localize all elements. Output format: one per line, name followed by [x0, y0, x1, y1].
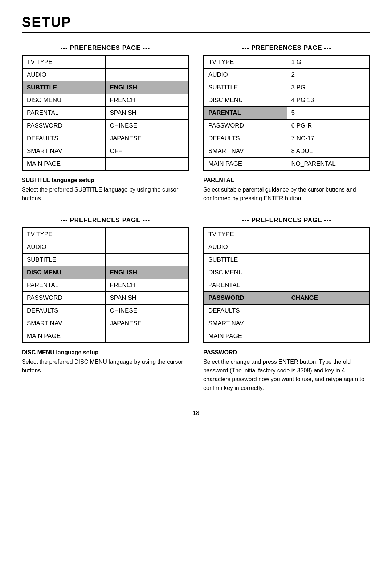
row-discmenu-right: FRENCH — [106, 94, 188, 106]
row-tv-type-left: TV TYPE — [204, 56, 287, 68]
pref-label-1: --- PREFERENCES PAGE --- — [22, 44, 189, 52]
row-password-left: PASSWORD — [23, 292, 106, 304]
row-defaults-left: DEFAULTS — [23, 132, 106, 145]
table-row: MAIN PAGE — [23, 158, 188, 170]
row-password-right: CHINESE — [106, 120, 188, 132]
table-row: MAIN PAGE — [23, 330, 188, 342]
table-row: DISC MENU — [204, 266, 369, 279]
row-subtitle-left: SUBTITLE — [23, 254, 106, 266]
pref-table-3: TV TYPE AUDIO SUBTITLE DISC MENU ENGLISH… — [22, 227, 189, 343]
row-password-right: SPANISH — [106, 292, 188, 304]
table-row: DISC MENU ENGLISH — [23, 266, 188, 279]
panel-discmenu: --- PREFERENCES PAGE --- TV TYPE AUDIO S… — [22, 217, 189, 403]
row-password-right: CHANGE — [287, 292, 370, 304]
row-tv-type-left: TV TYPE — [23, 56, 106, 68]
row-smartnav-right: OFF — [106, 145, 188, 157]
row-audio-left: AUDIO — [204, 69, 287, 81]
row-discmenu-left: DISC MENU — [204, 94, 287, 106]
row-smartnav-left: SMART NAV — [204, 317, 287, 330]
row-tv-type-right — [106, 56, 188, 68]
row-password-left: PASSWORD — [23, 120, 106, 132]
row-mainpage-left: MAIN PAGE — [204, 330, 287, 342]
desc-discmenu: DISC MENU language setup Select the pref… — [22, 348, 189, 375]
row-mainpage-right — [106, 158, 188, 170]
table-row: TV TYPE — [23, 56, 188, 69]
row-mainpage-left: MAIN PAGE — [23, 330, 106, 342]
row-discmenu-left: DISC MENU — [204, 266, 287, 279]
table-row: SUBTITLE — [23, 254, 188, 266]
table-row: DEFAULTS 7 NC-17 — [204, 132, 369, 145]
table-row: DEFAULTS — [204, 305, 369, 317]
table-row: PARENTAL — [204, 279, 369, 292]
row-parental-right: 5 — [287, 107, 370, 119]
table-row: MAIN PAGE — [204, 330, 369, 342]
row-defaults-right: JAPANESE — [106, 132, 188, 145]
table-row: AUDIO — [23, 241, 188, 254]
row-defaults-left: DEFAULTS — [23, 305, 106, 317]
desc-password: PASSWORD Select the change and press ENT… — [203, 348, 370, 392]
row-defaults-right — [287, 305, 370, 317]
top-panels-row: --- PREFERENCES PAGE --- TV TYPE AUDIO S… — [22, 44, 370, 213]
row-parental-right: SPANISH — [106, 107, 188, 119]
row-subtitle-left: SUBTITLE — [204, 254, 287, 266]
row-subtitle-right — [106, 254, 188, 266]
row-parental-right — [287, 279, 370, 291]
row-audio-right — [106, 241, 188, 253]
row-defaults-right: CHINESE — [106, 305, 188, 317]
table-row: TV TYPE 1 G — [204, 56, 369, 69]
row-audio-right — [287, 241, 370, 253]
table-row: SUBTITLE ENGLISH — [23, 81, 188, 94]
row-subtitle-right — [287, 254, 370, 266]
panel-subtitle: --- PREFERENCES PAGE --- TV TYPE AUDIO S… — [22, 44, 189, 213]
row-mainpage-right: NO_PARENTAL — [287, 158, 370, 170]
table-row: TV TYPE — [23, 228, 188, 241]
row-defaults-right: 7 NC-17 — [287, 132, 370, 145]
desc-parental: PARENTAL Select suitable parental guidan… — [203, 176, 370, 203]
row-parental-left: PARENTAL — [23, 107, 106, 119]
page-number: 18 — [22, 410, 370, 416]
row-tv-type-right — [106, 228, 188, 241]
row-audio-right: 2 — [287, 69, 370, 81]
row-audio-right — [106, 69, 188, 81]
page-title: SETUP — [22, 15, 370, 33]
row-tv-type-right: 1 G — [287, 56, 370, 68]
table-row: PASSWORD 6 PG-R — [204, 120, 369, 132]
row-parental-left: PARENTAL — [204, 279, 287, 291]
row-password-left: PASSWORD — [204, 120, 287, 132]
pref-table-4: TV TYPE AUDIO SUBTITLE DISC MENU PARENTA… — [203, 227, 370, 343]
row-subtitle-left: SUBTITLE — [204, 81, 287, 94]
row-parental-left: PARENTAL — [23, 279, 106, 291]
row-mainpage-right — [287, 330, 370, 342]
bottom-panels-row: --- PREFERENCES PAGE --- TV TYPE AUDIO S… — [22, 217, 370, 403]
table-row: PASSWORD CHINESE — [23, 120, 188, 132]
row-mainpage-left: MAIN PAGE — [23, 158, 106, 170]
row-smartnav-left: SMART NAV — [23, 145, 106, 157]
row-mainpage-left: MAIN PAGE — [204, 158, 287, 170]
table-row: MAIN PAGE NO_PARENTAL — [204, 158, 369, 170]
table-row: SUBTITLE — [204, 254, 369, 266]
row-discmenu-left: DISC MENU — [23, 266, 106, 279]
table-row: TV TYPE — [204, 228, 369, 241]
table-row: SMART NAV 8 ADULT — [204, 145, 369, 158]
table-row: PARENTAL 5 — [204, 107, 369, 120]
row-smartnav-right — [287, 317, 370, 330]
row-password-left: PASSWORD — [204, 292, 287, 304]
pref-label-2: --- PREFERENCES PAGE --- — [203, 44, 370, 52]
row-discmenu-left: DISC MENU — [23, 94, 106, 106]
row-audio-left: AUDIO — [204, 241, 287, 253]
row-mainpage-right — [106, 330, 188, 342]
row-password-right: 6 PG-R — [287, 120, 370, 132]
table-row: SMART NAV JAPANESE — [23, 317, 188, 330]
row-defaults-left: DEFAULTS — [204, 132, 287, 145]
table-row: SMART NAV — [204, 317, 369, 330]
table-row: PASSWORD CHANGE — [204, 292, 369, 305]
row-parental-right: FRENCH — [106, 279, 188, 291]
row-subtitle-left: SUBTITLE — [23, 81, 106, 94]
row-tv-type-right — [287, 228, 370, 241]
table-row: DEFAULTS CHINESE — [23, 305, 188, 317]
panel-parental: --- PREFERENCES PAGE --- TV TYPE 1 G AUD… — [203, 44, 370, 213]
row-subtitle-right: ENGLISH — [106, 81, 188, 94]
table-row: PASSWORD SPANISH — [23, 292, 188, 305]
row-tv-type-left: TV TYPE — [23, 228, 106, 241]
panel-password: --- PREFERENCES PAGE --- TV TYPE AUDIO S… — [203, 217, 370, 403]
